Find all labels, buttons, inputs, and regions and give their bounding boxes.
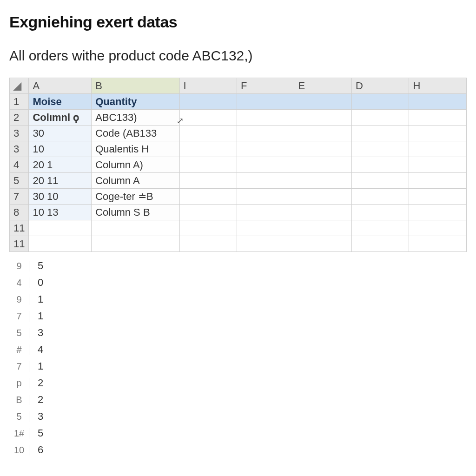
row-header[interactable]: 7 xyxy=(9,311,29,322)
cell[interactable] xyxy=(179,205,237,220)
cell[interactable] xyxy=(351,157,409,173)
col-header-E[interactable]: E xyxy=(294,78,352,94)
cell[interactable] xyxy=(294,126,352,141)
cell[interactable] xyxy=(179,220,237,236)
col-header-B[interactable]: B xyxy=(92,78,179,94)
cell[interactable]: 10 xyxy=(29,141,92,157)
row-header[interactable]: 2 xyxy=(10,110,29,126)
cell[interactable] xyxy=(92,220,179,236)
cell[interactable]: Column A) xyxy=(92,157,179,173)
cell[interactable] xyxy=(294,94,352,110)
row-header[interactable]: 5 xyxy=(10,173,29,189)
cell[interactable] xyxy=(29,236,92,252)
cell[interactable]: 0 xyxy=(38,277,56,289)
cell[interactable]: 2 xyxy=(38,394,56,406)
row-header[interactable]: # xyxy=(9,344,29,355)
cell[interactable]: Qualentis H xyxy=(92,141,179,157)
cell[interactable]: 10 13 xyxy=(29,205,92,220)
cell[interactable] xyxy=(409,173,467,189)
row-header[interactable]: 7 xyxy=(9,361,29,372)
cell[interactable] xyxy=(409,157,467,173)
cell[interactable] xyxy=(237,189,294,205)
cell[interactable] xyxy=(179,236,237,252)
row-header[interactable]: 3 xyxy=(10,141,29,157)
row-header[interactable]: p xyxy=(9,378,29,389)
cell[interactable] xyxy=(179,173,237,189)
cell[interactable] xyxy=(351,94,409,110)
cell[interactable] xyxy=(409,94,467,110)
cell[interactable] xyxy=(237,173,294,189)
cell[interactable] xyxy=(409,110,467,126)
cell[interactable] xyxy=(92,236,179,252)
col-header-F[interactable]: F xyxy=(237,78,294,94)
cell[interactable]: Code (AB133 xyxy=(92,126,179,141)
cell[interactable] xyxy=(237,205,294,220)
cell[interactable]: 5 xyxy=(38,260,56,272)
cell[interactable]: 4 xyxy=(38,344,56,356)
cell[interactable] xyxy=(351,110,409,126)
cell[interactable] xyxy=(237,236,294,252)
cell[interactable]: Colımnl ọ xyxy=(29,110,92,126)
cell[interactable]: 30 10 xyxy=(29,189,92,205)
cell[interactable] xyxy=(409,126,467,141)
cell[interactable]: ABC133) ⤢ xyxy=(92,110,179,126)
cell[interactable] xyxy=(351,173,409,189)
cell[interactable] xyxy=(294,141,352,157)
cell[interactable] xyxy=(351,189,409,205)
row-header[interactable]: 3 xyxy=(10,126,29,141)
row-header[interactable]: 9 xyxy=(9,294,29,305)
cell[interactable] xyxy=(179,110,237,126)
cell[interactable] xyxy=(294,236,352,252)
cell[interactable] xyxy=(29,220,92,236)
row-header[interactable]: 8 xyxy=(10,205,29,220)
cell[interactable] xyxy=(237,126,294,141)
cell[interactable] xyxy=(237,220,294,236)
cell[interactable] xyxy=(294,189,352,205)
cell[interactable] xyxy=(237,157,294,173)
cell[interactable] xyxy=(237,94,294,110)
cell[interactable] xyxy=(179,189,237,205)
cell[interactable] xyxy=(409,220,467,236)
cell[interactable] xyxy=(179,157,237,173)
cell[interactable]: 3 xyxy=(38,327,56,339)
cell[interactable]: 1 xyxy=(38,310,56,322)
cell[interactable]: 6 xyxy=(38,444,56,456)
row-header[interactable]: 11 xyxy=(10,220,29,236)
cell[interactable]: 1 xyxy=(38,360,56,372)
cell[interactable] xyxy=(237,110,294,126)
row-header[interactable]: 1# xyxy=(9,428,29,439)
col-header-I[interactable]: I xyxy=(179,78,237,94)
cell[interactable]: 20 1 xyxy=(29,157,92,173)
cell[interactable] xyxy=(294,205,352,220)
cell[interactable] xyxy=(294,220,352,236)
cell[interactable] xyxy=(351,236,409,252)
cell[interactable] xyxy=(409,141,467,157)
cell[interactable] xyxy=(409,205,467,220)
cell[interactable]: 1 xyxy=(38,293,56,305)
cell[interactable]: 30 xyxy=(29,126,92,141)
cell[interactable]: 2 xyxy=(38,377,56,389)
row-header[interactable]: 4 xyxy=(10,157,29,173)
cell[interactable]: 20 11 xyxy=(29,173,92,189)
cell[interactable] xyxy=(351,205,409,220)
row-header[interactable]: 11 xyxy=(10,236,29,252)
row-header[interactable]: 1 xyxy=(10,94,29,110)
cell[interactable] xyxy=(294,157,352,173)
cell[interactable]: Column S B xyxy=(92,205,179,220)
cell[interactable] xyxy=(351,126,409,141)
cell[interactable]: 3 xyxy=(38,410,56,423)
row-header[interactable]: B xyxy=(9,395,29,405)
row-header[interactable]: 5 xyxy=(9,411,29,422)
cell[interactable]: Coge-ter ≐B xyxy=(92,189,179,205)
row-header[interactable]: 7 xyxy=(10,189,29,205)
cell[interactable]: Column A xyxy=(92,173,179,189)
col-header-D[interactable]: D xyxy=(351,78,409,94)
cell[interactable]: 5 xyxy=(38,427,56,439)
cell[interactable] xyxy=(351,141,409,157)
cell[interactable] xyxy=(179,126,237,141)
col-header-H[interactable]: H xyxy=(409,78,467,94)
cell[interactable] xyxy=(179,94,237,110)
cell[interactable] xyxy=(294,110,352,126)
cell-B1[interactable]: Quantity xyxy=(92,94,179,110)
cell[interactable] xyxy=(237,141,294,157)
